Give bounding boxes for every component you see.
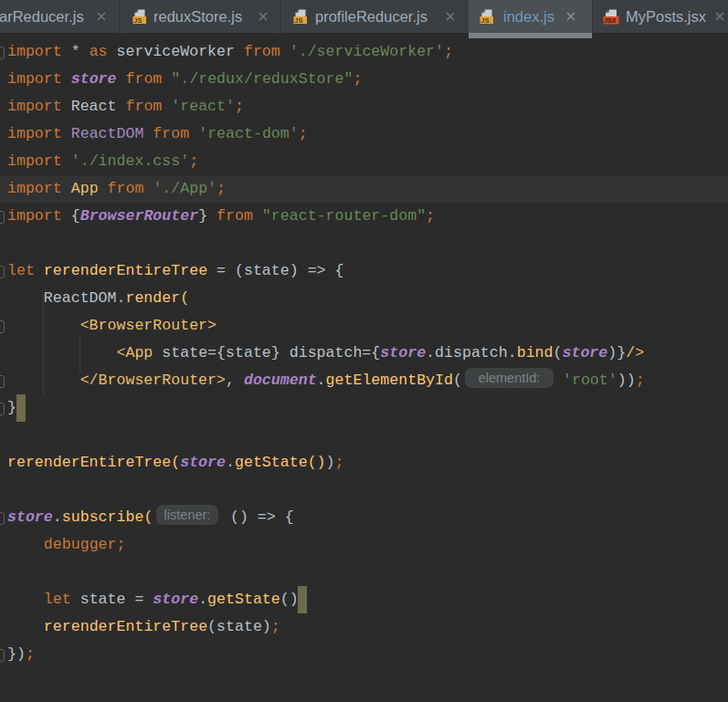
svg-text:JS: JS [294,16,302,24]
svg-text:JSX: JSX [604,16,617,25]
svg-text:JS: JS [133,16,142,24]
svg-text:JS: JS [480,16,489,24]
